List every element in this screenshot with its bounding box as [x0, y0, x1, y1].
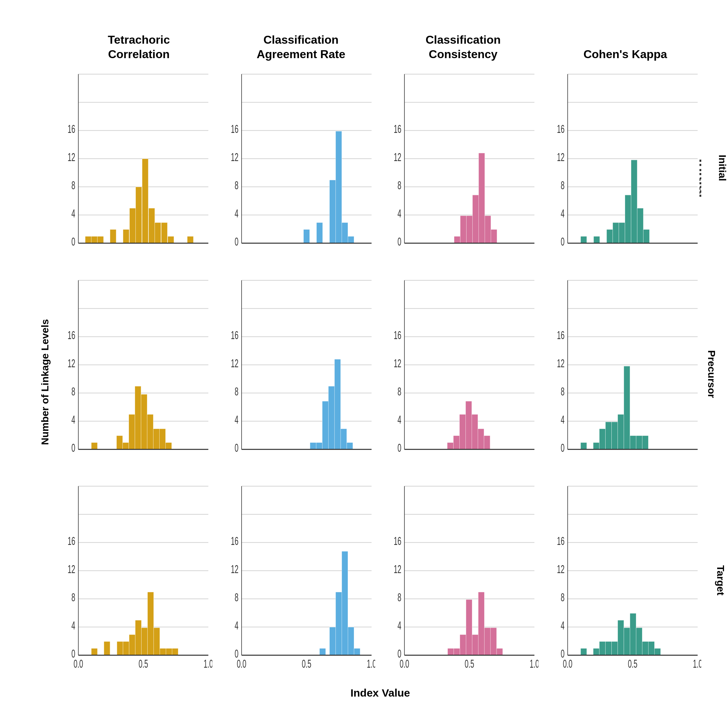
y-axis-label: Number of Linkage Levels [39, 319, 51, 445]
svg-text:4: 4 [560, 619, 564, 632]
svg-rect-61 [466, 216, 473, 243]
svg-text:4: 4 [234, 413, 238, 426]
svg-text:0.0: 0.0 [237, 658, 246, 670]
svg-rect-247 [454, 648, 460, 655]
svg-rect-85 [625, 195, 631, 243]
svg-rect-133 [341, 429, 347, 449]
svg-rect-226 [342, 551, 348, 655]
svg-text:0: 0 [234, 442, 238, 454]
svg-text:0: 0 [560, 236, 564, 248]
svg-rect-17 [130, 208, 136, 243]
svg-rect-152 [465, 401, 472, 449]
svg-text:16: 16 [67, 123, 75, 135]
svg-rect-175 [618, 414, 624, 449]
svg-rect-178 [636, 436, 642, 449]
svg-text:0.5: 0.5 [139, 658, 148, 670]
svg-text:8: 8 [234, 592, 238, 604]
svg-text:8: 8 [560, 179, 564, 192]
svg-rect-62 [473, 195, 479, 243]
svg-text:0: 0 [72, 442, 75, 454]
svg-r2c3: 0 4 8 12 16 [549, 480, 702, 681]
svg-rect-40 [317, 222, 323, 243]
svg-text:12: 12 [231, 563, 238, 576]
outer-container: TetrachoricCorrelation ClassificationAgr… [0, 0, 728, 728]
svg-rect-18 [136, 187, 142, 243]
svg-rect-177 [630, 436, 636, 449]
svg-text:4: 4 [560, 413, 564, 426]
svg-rect-280 [636, 628, 642, 655]
chart-r1c1: 0 4 8 12 16 [217, 271, 381, 477]
svg-text:4: 4 [398, 208, 402, 220]
svg-text:0.0: 0.0 [563, 658, 572, 670]
svg-text:4: 4 [234, 208, 238, 220]
svg-rect-198 [129, 635, 135, 655]
svg-text:16: 16 [67, 329, 75, 341]
svg-rect-202 [154, 628, 160, 655]
svg-rect-224 [329, 627, 335, 655]
svg-rect-223 [319, 648, 325, 655]
svg-rect-281 [642, 642, 648, 655]
svg-rect-131 [328, 386, 334, 449]
svg-text:1.0: 1.0 [693, 658, 701, 670]
svg-text:4: 4 [234, 619, 238, 632]
svg-rect-249 [466, 600, 472, 655]
svg-text:0.5: 0.5 [465, 658, 474, 670]
x-axis-global-label: Index Value [54, 687, 706, 699]
svg-text:8: 8 [398, 385, 402, 398]
svg-text:16: 16 [231, 535, 238, 548]
svg-r0c2: 0 4 8 12 16 [385, 68, 538, 268]
chart-r2c1: 0 4 8 12 16 [217, 477, 381, 683]
svg-text:4: 4 [72, 208, 75, 220]
chart-r2c3: 0 4 8 12 16 [543, 477, 707, 683]
svg-rect-88 [643, 229, 649, 243]
svg-rect-176 [624, 366, 630, 449]
svg-rect-282 [648, 642, 654, 655]
row-target: 0 4 8 12 16 [54, 477, 706, 683]
svg-text:16: 16 [231, 329, 238, 341]
col-header-0: TetrachoricCorrelation [58, 32, 220, 61]
svg-rect-134 [347, 442, 353, 449]
svg-rect-113 [165, 442, 171, 449]
svg-text:16: 16 [394, 535, 401, 548]
svg-rect-274 [599, 642, 605, 655]
svg-rect-273 [593, 648, 599, 655]
svg-text:0.5: 0.5 [301, 658, 311, 670]
svg-text:0: 0 [234, 236, 238, 248]
svg-rect-272 [580, 648, 586, 655]
chart-r1c2: 0 4 8 12 16 [380, 271, 543, 477]
svg-text:16: 16 [394, 123, 401, 135]
svg-text:8: 8 [234, 179, 238, 192]
col-headers: TetrachoricCorrelation ClassificationAgr… [36, 14, 706, 65]
svg-text:16: 16 [394, 329, 401, 341]
svg-rect-112 [159, 429, 165, 449]
svg-rect-225 [335, 592, 342, 655]
svg-rect-64 [485, 216, 491, 243]
chart-r2c2: 0 4 8 12 16 [380, 477, 543, 683]
svg-rect-153 [472, 414, 478, 449]
svg-rect-128 [310, 442, 316, 449]
svg-rect-174 [611, 422, 618, 449]
svg-text:8: 8 [398, 179, 402, 192]
svg-r0c1: 0 4 8 12 16 [222, 68, 376, 268]
svg-text:12: 12 [67, 151, 75, 164]
chart-r0c1: 0 4 8 12 16 [217, 65, 381, 271]
row-label-initial: Initial [716, 155, 728, 181]
svg-text:12: 12 [557, 357, 564, 369]
svg-rect-251 [478, 592, 484, 655]
svg-text:16: 16 [557, 329, 564, 341]
svg-rect-65 [491, 229, 497, 243]
svg-rect-227 [348, 627, 354, 655]
svg-text:8: 8 [72, 179, 75, 192]
svg-rect-106 [123, 442, 129, 449]
svg-text:0: 0 [560, 442, 564, 454]
svg-rect-111 [153, 429, 159, 449]
svg-rect-199 [135, 620, 142, 655]
svg-text:0: 0 [398, 236, 402, 248]
row-label-target: Target [714, 565, 726, 595]
svg-text:0: 0 [398, 442, 402, 454]
svg-text:16: 16 [557, 123, 564, 135]
svg-rect-22 [161, 222, 168, 243]
svg-text:12: 12 [557, 563, 564, 576]
svg-rect-44 [348, 236, 354, 243]
svg-rect-43 [342, 222, 348, 243]
